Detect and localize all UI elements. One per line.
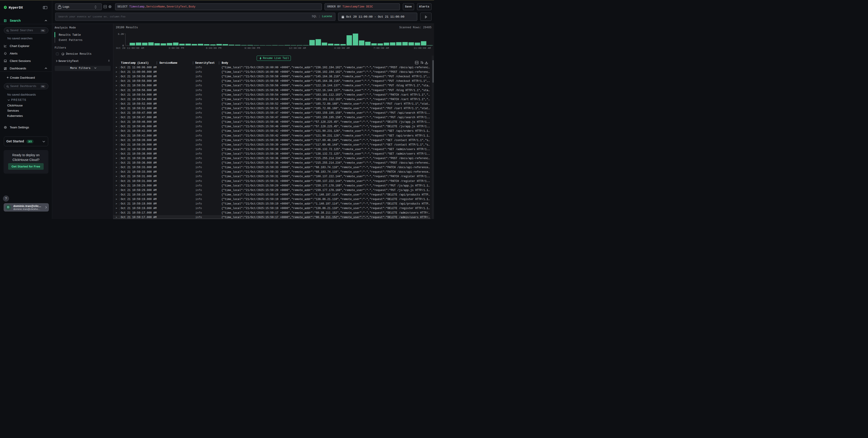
svg-text:7:00:00 AM: 7:00:00 AM [373,46,389,49]
svg-text:9:00:00 PM: 9:00:00 PM [245,46,260,49]
svg-text:6:00:00 PM: 6:00:00 PM [206,46,221,49]
svg-text:12:30:00 AM: 12:30:00 AM [289,46,306,49]
svg-text:11:00:00 AM: 11:00:00 AM [414,46,431,49]
svg-text:3.2K: 3.2K [118,33,124,35]
svg-text:Oct 20 11:00:00 AM: Oct 20 11:00:00 AM [116,46,144,49]
svg-text:3:00:00 PM: 3:00:00 PM [168,46,184,49]
svg-text:4:00:00 AM: 4:00:00 AM [334,46,350,49]
